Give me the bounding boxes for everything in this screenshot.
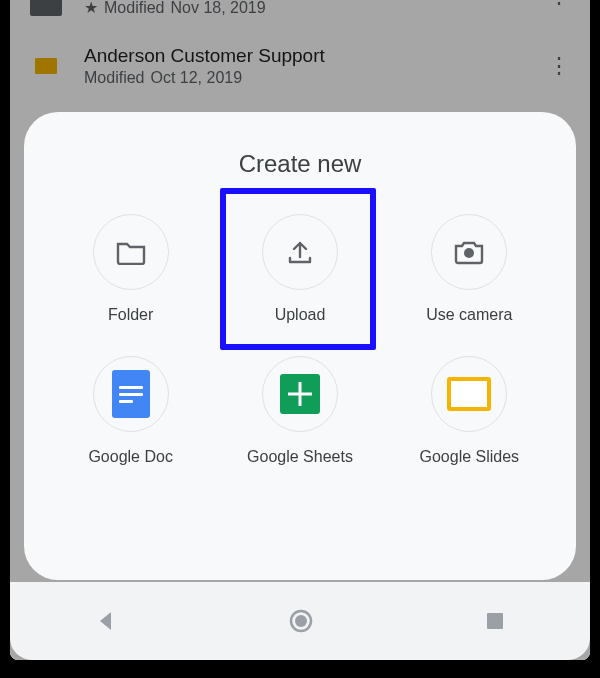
create-new-sheet: Create new Folder Upload Use camera xyxy=(24,112,576,580)
sheet-title: Create new xyxy=(46,150,554,178)
option-label: Use camera xyxy=(426,306,512,324)
option-label: Upload xyxy=(275,306,326,324)
nav-back-button[interactable] xyxy=(95,610,117,632)
create-upload-button[interactable]: Upload xyxy=(215,214,384,324)
google-doc-icon xyxy=(93,356,169,432)
camera-icon xyxy=(431,214,507,290)
folder-icon xyxy=(93,214,169,290)
option-label: Folder xyxy=(108,306,153,324)
google-slides-icon xyxy=(431,356,507,432)
android-nav-bar xyxy=(10,582,590,660)
option-label: Google Doc xyxy=(88,448,173,466)
svg-point-0 xyxy=(464,248,474,258)
upload-icon xyxy=(262,214,338,290)
google-sheets-icon xyxy=(262,356,338,432)
nav-home-button[interactable] xyxy=(288,608,314,634)
svg-rect-3 xyxy=(487,613,503,629)
nav-recent-button[interactable] xyxy=(485,611,505,631)
create-sheets-button[interactable]: Google Sheets xyxy=(215,356,384,466)
create-slides-button[interactable]: Google Slides xyxy=(385,356,554,466)
option-label: Google Slides xyxy=(420,448,520,466)
svg-point-2 xyxy=(295,615,307,627)
create-folder-button[interactable]: Folder xyxy=(46,214,215,324)
option-label: Google Sheets xyxy=(247,448,353,466)
create-camera-button[interactable]: Use camera xyxy=(385,214,554,324)
create-doc-button[interactable]: Google Doc xyxy=(46,356,215,466)
